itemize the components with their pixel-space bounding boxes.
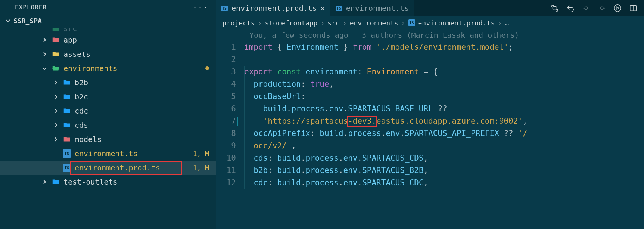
ts-file-icon: TS: [336, 6, 342, 11]
folder-item[interactable]: cdc: [0, 104, 216, 118]
token: env: [329, 104, 343, 113]
split-editor-icon[interactable]: [629, 4, 637, 12]
token: occBaseUrl: [253, 92, 301, 101]
svg-point-4: [614, 5, 621, 12]
folder-item[interactable]: app: [0, 33, 216, 47]
tab-label: environment.ts: [346, 4, 409, 13]
crumb[interactable]: environments: [350, 19, 398, 27]
tab-bar: TS environment.prod.ts ×TS environment.t…: [216, 0, 644, 16]
token: build: [320, 129, 343, 138]
folder-item[interactable]: assets: [0, 47, 216, 61]
crumb[interactable]: src: [327, 19, 340, 27]
token: process: [348, 129, 381, 138]
code-line[interactable]: occApiPrefix: build.process.env.SPARTACU…: [244, 127, 644, 140]
token: env: [343, 154, 358, 163]
crumb-file[interactable]: environment.prod.ts: [418, 19, 495, 27]
token: true: [310, 80, 329, 89]
token: [244, 117, 263, 126]
tree-item-label: b2c: [75, 92, 209, 101]
token: .: [381, 129, 386, 138]
folder-item[interactable]: b2c: [0, 90, 216, 104]
folder-item[interactable]: environments: [0, 61, 216, 75]
file-item[interactable]: TSenvironment.prod.ts1, M: [0, 161, 216, 175]
breadcrumb[interactable]: projects› storefrontapp› src› environmen…: [216, 16, 644, 29]
chevron-down-icon: [41, 65, 48, 72]
code-line[interactable]: 'https://spartacus-dev3.eastus.cloudapp.…: [244, 115, 644, 127]
folder-item[interactable]: models: [0, 132, 216, 146]
token: ,: [424, 154, 429, 163]
ts-file-icon: TS: [63, 164, 71, 172]
token: export: [244, 67, 277, 76]
code-line[interactable]: occ/v2/',: [244, 140, 644, 152]
file-item[interactable]: TSenvironment.ts1, M: [0, 146, 216, 161]
token: .: [301, 166, 306, 175]
svg-point-3: [600, 7, 603, 9]
token: [244, 141, 253, 150]
folder-item[interactable]: test-outlets: [0, 175, 216, 189]
token: Environment: [367, 67, 424, 76]
code-line[interactable]: b2b: build.process.env.SPARTACUS_B2B,: [244, 164, 644, 177]
code-editor[interactable]: 123456789101112 import { Environment } f…: [216, 41, 644, 229]
prev-change-icon[interactable]: [582, 4, 590, 12]
token: .: [324, 104, 329, 113]
code-line[interactable]: cdc: build.process.env.SPARTACUS_CDC,: [244, 177, 644, 189]
tree-item-label: environment.prod.ts: [75, 163, 189, 172]
token: process: [291, 104, 324, 113]
token: ,: [329, 80, 334, 89]
chevron-right-icon: [41, 179, 48, 185]
git-status-badge: 1, M: [193, 164, 209, 172]
token: build: [277, 154, 301, 163]
editor-tab[interactable]: TS environment.prod.ts ×: [216, 0, 330, 16]
token: :: [310, 129, 320, 138]
run-icon[interactable]: [613, 4, 622, 12]
workspace-root[interactable]: SSR_SPA: [0, 14, 216, 27]
token: ,: [424, 166, 429, 175]
tree-item-label: cdc: [75, 106, 209, 115]
token: }: [343, 43, 353, 52]
code-line[interactable]: cds: build.process.env.SPARTACUS_CDS,: [244, 152, 644, 164]
token: :: [268, 178, 277, 187]
token: .: [343, 104, 348, 113]
token: [244, 178, 253, 187]
code-line[interactable]: production: true,: [244, 78, 644, 90]
code-line[interactable]: export const environment: Environment = …: [244, 66, 644, 78]
token: .: [301, 178, 306, 187]
tree-item-label: app: [63, 35, 209, 44]
explorer-sidebar: EXPLORER ··· SSR_SPA srcappassetsenviron…: [0, 0, 216, 229]
token: ,: [523, 117, 528, 126]
token: [244, 104, 263, 113]
editor-tab[interactable]: TS environment.ts: [330, 0, 415, 16]
token: process: [305, 166, 339, 175]
compare-changes-icon[interactable]: [551, 4, 559, 12]
token: :: [268, 154, 277, 163]
token: import: [244, 43, 277, 52]
token: eastus.cloudapp.azure.com:9002: [376, 117, 518, 126]
token: [244, 154, 253, 163]
code-line[interactable]: build.process.env.SPARTACUS_BASE_URL ??: [244, 103, 644, 115]
crumb[interactable]: storefrontapp: [265, 19, 318, 27]
token: SPARTACUS_BASE_URL: [348, 104, 438, 113]
folder-item[interactable]: cds: [0, 118, 216, 132]
code-line[interactable]: [244, 53, 644, 66]
code-line[interactable]: occBaseUrl:: [244, 90, 644, 103]
next-change-icon[interactable]: [598, 4, 606, 12]
crumb-more[interactable]: …: [505, 19, 509, 27]
folder-item[interactable]: src: [0, 28, 216, 33]
ts-file-icon: TS: [221, 6, 228, 11]
crumb[interactable]: projects: [223, 19, 255, 27]
code-line[interactable]: import { Environment } from './models/en…: [244, 41, 644, 53]
close-icon[interactable]: ×: [321, 4, 325, 12]
folder-icon: [52, 50, 60, 58]
folder-item[interactable]: b2b: [0, 75, 216, 90]
svg-marker-5: [617, 7, 619, 9]
token: .: [400, 129, 405, 138]
revert-icon[interactable]: [566, 4, 575, 12]
tree-item-label: cds: [75, 121, 209, 130]
more-icon[interactable]: ···: [193, 3, 208, 12]
line-gutter: 123456789101112: [216, 41, 244, 229]
token: process: [305, 154, 339, 163]
tree-item-label: models: [75, 135, 209, 144]
token: :: [357, 67, 367, 76]
code-lines[interactable]: import { Environment } from './models/en…: [244, 41, 644, 229]
token: .: [358, 166, 363, 175]
